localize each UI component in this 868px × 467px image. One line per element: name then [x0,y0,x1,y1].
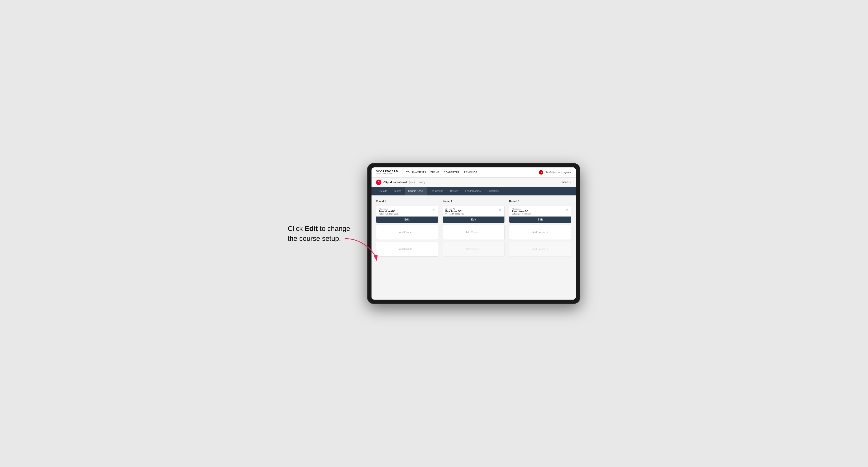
round-1-edit-button[interactable]: Edit [376,217,438,223]
nav-teams[interactable]: TEAMS [431,171,439,174]
round-2-trash-icon[interactable]: 🗑 [498,208,502,212]
add-course-plus-icon-5: + [547,231,548,234]
add-course-plus-icon: + [413,231,415,234]
round-2-column: Round 2 (Course A) Peachtree GC Yellow (… [443,200,505,257]
round-2-label: Round 2 [443,200,505,203]
round-3-label: Round 3 [509,200,571,203]
sign-out-link[interactable]: Sign out [563,171,571,174]
round-2-add-course-2-disabled: Add Course + [443,242,505,257]
round-3-course-label: (Course A) [512,208,565,210]
round-3-column: Round 3 (Course A) Peachtree GC Yellow (… [509,200,571,257]
round-2-edit-button[interactable]: Edit [443,217,505,223]
nav-tournaments[interactable]: TOURNAMENTS [406,171,426,174]
round-3-add-course-2-disabled: Add Course + [509,242,571,257]
add-course-plus-icon-2: + [413,248,415,251]
user-avatar: b [539,170,544,175]
round-1-trash-icon[interactable]: 🗑 [432,208,435,212]
annotation-section: Click Edit to change the course setup. [288,224,352,243]
brand-sub: Powered by clippd [376,173,398,175]
sub-header: C Clippd Invitational (Men) Hosting Canc… [372,178,576,187]
round-1-course-card: (Course A) Peachtree GC Yellow (M) (6629… [376,206,438,223]
round-2-course-card: (Course A) Peachtree GC Yellow (M) (6629… [443,206,505,223]
add-course-plus-icon-4: + [480,248,482,251]
tab-tee-groups[interactable]: Tee Groups [427,187,447,195]
round-1-column: Round 1 (Course A) Peachtree GC Yellow (… [376,200,438,257]
round-3-add-course-1[interactable]: Add Course + [509,225,571,240]
tab-results[interactable]: Results [447,187,462,195]
round-2-course-tee: Yellow (M) (6629 yds) [445,213,498,215]
round-1-course-info: (Course A) Peachtree GC Yellow (M) (6629… [379,208,432,215]
round-1-add-course-2[interactable]: Add Course + [376,242,438,257]
brand: SCOREBOARD Powered by clippd [376,170,398,175]
tournament-name: Clippd Invitational [383,181,407,184]
tab-teams[interactable]: Teams [391,187,405,195]
round-2-course-info: (Course A) Peachtree GC Yellow (M) (6629… [445,208,498,215]
round-3-course-tee: Yellow (M) (6629 yds) [512,213,565,215]
top-nav: SCOREBOARD Powered by clippd TOURNAMENTS… [372,167,576,178]
round-2-course-label: (Course A) [445,208,498,210]
main-content: Round 1 (Course A) Peachtree GC Yellow (… [372,195,576,300]
tournament-info: C Clippd Invitational (Men) Hosting [376,180,425,185]
nav-divider: | [561,171,562,174]
round-1-label: Round 1 [376,200,438,203]
round-3-course-info: (Course A) Peachtree GC Yellow (M) (6629… [512,208,565,215]
brand-name: SCOREBOARD [376,170,398,173]
round-1-course-header: (Course A) Peachtree GC Yellow (M) (6629… [376,206,438,217]
tab-printables[interactable]: Printables [484,187,502,195]
round-3-course-card: (Course A) Peachtree GC Yellow (M) (6629… [509,206,571,223]
nav-rankings[interactable]: RANKINGS [464,171,477,174]
round-2-course-header: (Course A) Peachtree GC Yellow (M) (6629… [443,206,505,217]
round-2-course-name: Peachtree GC [445,210,498,213]
tablet-frame: SCOREBOARD Powered by clippd TOURNAMENTS… [367,163,580,304]
round-3-edit-button[interactable]: Edit [509,217,571,223]
user-email: blair@clippd.io [545,171,559,174]
tab-details[interactable]: Details [376,187,391,195]
add-course-plus-icon-6: + [547,248,548,251]
tab-leaderboards[interactable]: Leaderboards [462,187,484,195]
round-1-course-tee: Yellow (M) (6629 yds) [379,213,432,215]
tournament-gender: (Men) [409,181,415,184]
round-2-add-course-1[interactable]: Add Course + [443,225,505,240]
round-3-course-name: Peachtree GC [512,210,565,213]
round-1-course-label: (Course A) [379,208,432,210]
cancel-button[interactable]: Cancel ✕ [561,181,571,184]
nav-committee[interactable]: COMMITTEE [444,171,460,174]
tabs-bar: Details Teams Course Setup Tee Groups Re… [372,187,576,195]
round-3-course-header: (Course A) Peachtree GC Yellow (M) (6629… [509,206,571,217]
round-3-trash-icon[interactable]: 🗑 [565,208,569,212]
tournament-logo: C [376,180,381,185]
annotation-arrow [342,236,382,266]
tab-course-setup[interactable]: Course Setup [405,187,427,195]
tablet-screen: SCOREBOARD Powered by clippd TOURNAMENTS… [372,167,576,300]
add-course-plus-icon-3: + [480,231,482,234]
round-1-course-name: Peachtree GC [379,210,432,213]
rounds-grid: Round 1 (Course A) Peachtree GC Yellow (… [376,200,571,257]
round-1-add-course-1[interactable]: Add Course + [376,225,438,240]
hosting-badge: Hosting [418,181,426,184]
nav-right: b blair@clippd.io | Sign out [539,170,571,175]
main-nav: TOURNAMENTS TEAMS COMMITTEE RANKINGS [406,171,533,174]
